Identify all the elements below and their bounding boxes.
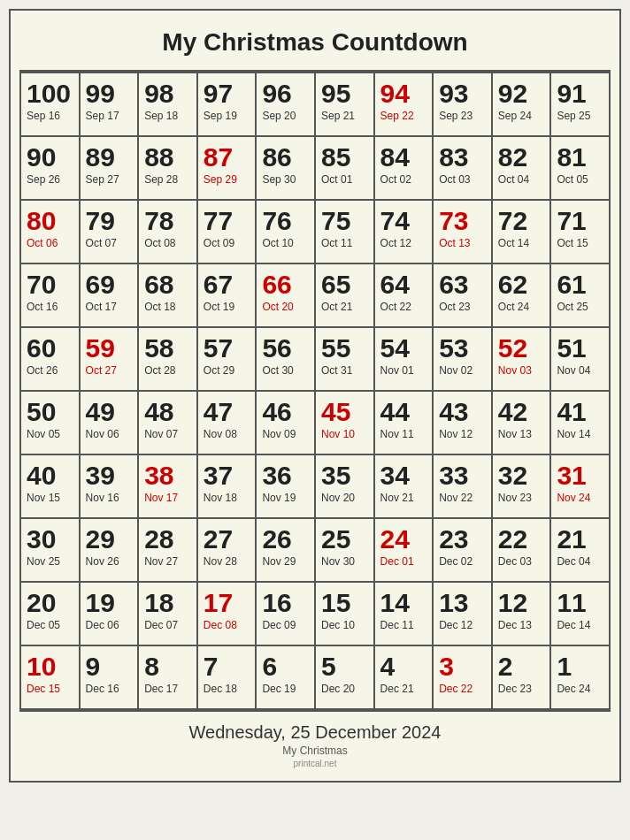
cell-number: 10 [27, 652, 75, 681]
cell-date: Sep 27 [86, 173, 134, 186]
calendar-cell: 82Oct 04 [493, 137, 552, 201]
cell-number: 48 [144, 397, 193, 426]
cell-number: 68 [144, 270, 193, 299]
calendar-cell: 14Dec 11 [375, 583, 434, 646]
footer-date: Wednesday, 25 December 2024 [19, 722, 611, 743]
calendar-cell: 28Nov 27 [139, 519, 198, 583]
cell-date: Sep 29 [204, 173, 252, 186]
cell-number: 52 [498, 333, 547, 363]
calendar-cell: 44Nov 11 [375, 392, 434, 455]
calendar-cell: 5Dec 20 [316, 646, 375, 710]
calendar-cell: 42Nov 13 [493, 392, 552, 455]
cell-number: 30 [27, 524, 75, 554]
cell-date: Oct 29 [204, 364, 252, 377]
calendar-cell: 33Nov 22 [434, 455, 493, 519]
cell-date: Sep 21 [321, 110, 370, 122]
calendar-cell: 35Nov 20 [316, 455, 375, 519]
cell-date: Oct 05 [557, 173, 605, 186]
cell-date: Dec 05 [27, 619, 75, 631]
cell-date: Nov 25 [27, 555, 75, 568]
calendar-footer: Wednesday, 25 December 2024 My Christmas… [19, 710, 611, 772]
calendar-cell: 9Dec 16 [81, 646, 140, 710]
cell-number: 38 [144, 461, 193, 490]
cell-date: Nov 24 [557, 492, 605, 504]
cell-date: Nov 05 [27, 428, 75, 440]
calendar-cell: 79Oct 07 [81, 201, 140, 264]
cell-number: 5 [321, 652, 370, 681]
cell-number: 13 [439, 588, 488, 617]
calendar-cell: 54Nov 01 [375, 328, 434, 392]
cell-number: 15 [321, 588, 370, 617]
cell-number: 34 [380, 461, 429, 490]
calendar-cell: 2Dec 23 [493, 646, 552, 710]
cell-date: Dec 22 [439, 683, 488, 695]
cell-date: Nov 10 [321, 428, 370, 440]
calendar-cell: 61Oct 25 [551, 264, 611, 328]
cell-date: Nov 14 [557, 428, 605, 440]
cell-number: 19 [86, 588, 134, 617]
cell-date: Oct 15 [557, 237, 605, 249]
cell-date: Dec 03 [498, 555, 547, 568]
calendar-cell: 23Dec 02 [434, 519, 493, 583]
cell-number: 8 [144, 652, 193, 681]
calendar-cell: 20Dec 05 [21, 583, 81, 646]
cell-date: Nov 04 [557, 364, 605, 377]
calendar-cell: 71Oct 15 [551, 201, 611, 264]
cell-number: 75 [321, 206, 370, 235]
cell-number: 59 [86, 333, 134, 363]
cell-date: Dec 06 [86, 619, 134, 631]
calendar-cell: 36Nov 19 [257, 455, 316, 519]
calendar-cell: 26Nov 29 [257, 519, 316, 583]
cell-number: 41 [557, 397, 605, 426]
cell-date: Nov 18 [204, 492, 252, 504]
cell-date: Nov 27 [144, 555, 193, 568]
calendar-cell: 100Sep 16 [21, 73, 81, 137]
cell-number: 96 [262, 79, 311, 108]
cell-date: Dec 18 [204, 683, 252, 695]
cell-number: 86 [262, 142, 311, 172]
cell-date: Nov 07 [144, 428, 193, 440]
cell-date: Oct 14 [498, 237, 547, 249]
cell-date: Oct 24 [498, 301, 547, 313]
calendar-cell: 10Dec 15 [21, 646, 81, 710]
cell-number: 81 [557, 142, 605, 172]
cell-date: Nov 16 [86, 492, 134, 504]
cell-date: Dec 02 [439, 555, 488, 568]
cell-number: 45 [321, 397, 370, 426]
cell-date: Oct 27 [86, 364, 134, 377]
cell-date: Sep 30 [262, 173, 311, 186]
cell-number: 6 [262, 652, 311, 681]
cell-date: Dec 24 [557, 683, 605, 695]
cell-date: Nov 26 [86, 555, 134, 568]
cell-number: 58 [144, 333, 193, 363]
calendar-cell: 8Dec 17 [139, 646, 198, 710]
cell-date: Nov 23 [498, 492, 547, 504]
cell-number: 71 [557, 206, 605, 235]
cell-date: Dec 17 [144, 683, 193, 695]
calendar-cell: 88Sep 28 [139, 137, 198, 201]
cell-number: 50 [27, 397, 75, 426]
calendar-cell: 32Nov 23 [493, 455, 552, 519]
calendar-cell: 91Sep 25 [551, 73, 611, 137]
cell-number: 43 [439, 397, 488, 426]
calendar-cell: 93Sep 23 [434, 73, 493, 137]
cell-number: 55 [321, 333, 370, 363]
cell-date: Oct 06 [27, 237, 75, 249]
cell-number: 95 [321, 79, 370, 108]
cell-date: Oct 30 [262, 364, 311, 377]
calendar-cell: 67Oct 19 [198, 264, 257, 328]
cell-number: 72 [498, 206, 547, 235]
cell-number: 64 [380, 270, 429, 299]
cell-date: Oct 03 [439, 173, 488, 186]
calendar-cell: 40Nov 15 [21, 455, 81, 519]
cell-date: Oct 10 [262, 237, 311, 249]
calendar-cell: 25Nov 30 [316, 519, 375, 583]
cell-date: Nov 28 [204, 555, 252, 568]
cell-number: 60 [27, 333, 75, 363]
cell-number: 61 [557, 270, 605, 299]
cell-number: 77 [204, 206, 252, 235]
cell-number: 12 [498, 588, 547, 617]
calendar-cell: 12Dec 13 [493, 583, 552, 646]
calendar-cell: 29Nov 26 [81, 519, 140, 583]
cell-date: Nov 06 [86, 428, 134, 440]
